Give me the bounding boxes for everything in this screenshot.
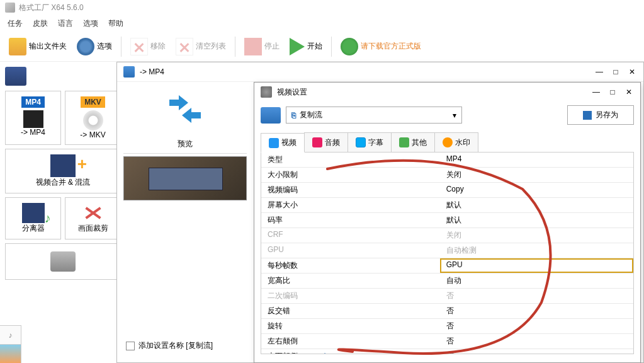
camera-icon bbox=[50, 251, 76, 272]
format-crop[interactable]: 画面裁剪 bbox=[65, 197, 121, 239]
settings-row[interactable]: 旋转否 bbox=[261, 319, 633, 334]
setting-value[interactable]: 否 bbox=[440, 289, 633, 303]
settings-row[interactable]: 每秒帧数GPU bbox=[261, 258, 633, 274]
menu-language[interactable]: 语言 bbox=[58, 18, 73, 29]
bottom-category-tabs bbox=[0, 325, 21, 363]
setting-value[interactable]: 否 bbox=[440, 334, 633, 349]
tab-subtitle[interactable]: 字幕 bbox=[347, 132, 392, 152]
image-tab[interactable] bbox=[0, 344, 21, 363]
stream-dropdown[interactable]: ⎘ 复制流 ▾ bbox=[286, 107, 462, 124]
download-link[interactable]: 请下载官方正式版 bbox=[337, 35, 425, 58]
mp4-window-title: -> MP4 bbox=[140, 67, 164, 76]
format-grid: MP4 -> MP4 MKV -> MKV 视频合并 & 混流 分离器 画面裁剪 bbox=[5, 91, 121, 280]
setting-value[interactable]: 关闭 bbox=[440, 168, 633, 182]
preset-icon bbox=[261, 107, 281, 124]
setting-value[interactable]: MP4 bbox=[440, 153, 633, 167]
video-settings-modal: 视频设置 — □ ✕ ⎘ 复制流 ▾ 另存为 视频 音频 字幕 其他 水印 类型… bbox=[254, 82, 641, 363]
settings-titlebar: 视频设置 — □ ✕ bbox=[254, 83, 640, 101]
setting-key: CRF bbox=[261, 228, 440, 243]
settings-row[interactable]: 大小限制关闭 bbox=[261, 168, 633, 183]
setting-key: 屏幕大小 bbox=[261, 198, 440, 212]
settings-row[interactable]: 码率默认 bbox=[261, 213, 633, 228]
mp4-window-icon bbox=[123, 66, 135, 78]
setting-value[interactable]: 否 bbox=[440, 349, 633, 354]
scissors-icon bbox=[83, 203, 103, 223]
menu-help[interactable]: 帮助 bbox=[108, 18, 123, 29]
start-button[interactable]: 开始 bbox=[286, 35, 326, 58]
settings-row[interactable]: 上下颠倒✎否 bbox=[261, 349, 633, 354]
setting-value[interactable]: 默认 bbox=[440, 198, 633, 212]
format-merge[interactable]: 视频合并 & 混流 bbox=[5, 149, 121, 193]
setting-value[interactable]: 否 bbox=[440, 319, 633, 333]
setting-key: 反交错 bbox=[261, 304, 440, 318]
mkv-badge: MKV bbox=[81, 96, 105, 108]
audio-tab[interactable] bbox=[0, 325, 21, 344]
remove-button[interactable]: 移除 bbox=[127, 35, 169, 58]
settings-table: 类型MP4大小限制关闭视频编码Copy屏幕大小默认码率默认CRF关闭GPU自动检… bbox=[261, 153, 634, 354]
app-title: 格式工厂 X64 5.6.0 bbox=[19, 3, 84, 13]
format-mkv[interactable]: MKV -> MKV bbox=[65, 91, 121, 145]
merge-label: 视频合并 & 混流 bbox=[8, 177, 118, 188]
options-button[interactable]: 选项 bbox=[73, 35, 116, 58]
menu-skin[interactable]: 皮肤 bbox=[33, 18, 48, 29]
settings-minimize-button[interactable]: — bbox=[591, 88, 601, 96]
settings-row[interactable]: 屏幕大小默认 bbox=[261, 198, 633, 213]
setting-value[interactable]: 否 bbox=[440, 304, 633, 318]
settings-row[interactable]: CRF关闭 bbox=[261, 228, 633, 243]
menu-tasks[interactable]: 任务 bbox=[8, 18, 23, 29]
settings-row[interactable]: 反交错否 bbox=[261, 304, 633, 319]
setting-key: 大小限制 bbox=[261, 168, 440, 182]
settings-row[interactable]: 视频编码Copy bbox=[261, 183, 633, 198]
tab-audio[interactable]: 音频 bbox=[304, 132, 348, 152]
audio-tab-icon bbox=[312, 137, 322, 147]
format-mp4[interactable]: MP4 -> MP4 bbox=[5, 91, 61, 145]
settings-row[interactable]: 类型MP4 bbox=[261, 153, 633, 168]
menu-bar: 任务 皮肤 语言 选项 帮助 bbox=[0, 15, 644, 32]
tab-video[interactable]: 视频 bbox=[261, 133, 305, 153]
format-screen-record[interactable] bbox=[5, 243, 121, 280]
output-folder-label: 输出文件夹 bbox=[29, 41, 67, 52]
tab-other[interactable]: 其他 bbox=[391, 132, 435, 152]
stop-label: 停止 bbox=[264, 41, 280, 52]
video-category-icon[interactable] bbox=[5, 67, 26, 86]
folder-icon bbox=[9, 38, 26, 55]
settings-row[interactable]: 二次编码否 bbox=[261, 289, 633, 304]
clear-list-button[interactable]: 清空列表 bbox=[172, 35, 230, 58]
close-button[interactable]: ✕ bbox=[627, 67, 637, 76]
stream-dropdown-label: 复制流 bbox=[300, 110, 322, 120]
subtitle-tab-icon bbox=[356, 137, 366, 147]
separator-icon bbox=[22, 203, 45, 223]
output-folder-button[interactable]: 输出文件夹 bbox=[5, 35, 71, 58]
setting-value[interactable]: 自动 bbox=[440, 274, 633, 288]
stop-button[interactable]: 停止 bbox=[240, 35, 283, 58]
download-label: 请下载官方正式版 bbox=[361, 41, 421, 52]
format-separator[interactable]: 分离器 bbox=[5, 197, 61, 239]
settings-close-button[interactable]: ✕ bbox=[624, 88, 634, 96]
menu-options[interactable]: 选项 bbox=[83, 18, 98, 29]
save-as-button[interactable]: 另存为 bbox=[567, 105, 634, 125]
setting-value[interactable]: GPU bbox=[440, 258, 633, 273]
mp4-left-panel: 预览 bbox=[117, 82, 253, 360]
clear-label: 清空列表 bbox=[196, 41, 226, 52]
save-as-label: 另存为 bbox=[596, 110, 618, 120]
maximize-button[interactable]: □ bbox=[611, 67, 621, 76]
setting-value[interactable]: 关闭 bbox=[440, 228, 633, 243]
remove-icon bbox=[130, 38, 148, 55]
settings-maximize-button[interactable]: □ bbox=[607, 88, 618, 96]
mp4-label: -> MP4 bbox=[8, 128, 58, 137]
tab-watermark[interactable]: 水印 bbox=[434, 132, 478, 152]
crop-label: 画面裁剪 bbox=[68, 223, 118, 234]
setting-value[interactable]: 自动检测 bbox=[440, 243, 633, 258]
settings-window-icon bbox=[261, 86, 272, 98]
disc-icon bbox=[83, 110, 103, 130]
add-name-checkbox[interactable] bbox=[126, 342, 135, 350]
settings-row[interactable]: 左右颠倒否 bbox=[261, 334, 633, 349]
add-setting-name-row: 添加设置名称 [复制流] bbox=[123, 335, 215, 356]
minimize-button[interactable]: — bbox=[594, 67, 604, 76]
preview-thumbnail[interactable] bbox=[123, 156, 247, 200]
settings-tabs: 视频 音频 字幕 其他 水印 bbox=[261, 132, 634, 153]
setting-value[interactable]: 默认 bbox=[440, 213, 633, 228]
settings-row[interactable]: GPU自动检测 bbox=[261, 243, 633, 258]
settings-row[interactable]: 宽高比自动 bbox=[261, 274, 633, 289]
setting-value[interactable]: Copy bbox=[440, 183, 633, 197]
